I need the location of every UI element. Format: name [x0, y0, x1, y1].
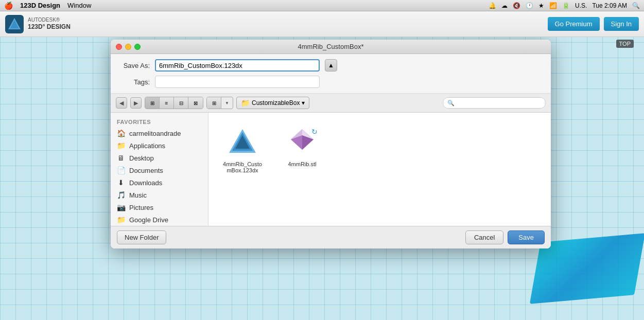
sidebar-label-documents: Documents — [129, 167, 163, 174]
sidebar-label-google-drive: Google Drive — [129, 216, 168, 224]
documents-icon: 📄 — [117, 166, 125, 174]
search-icon: 🔍 — [447, 100, 455, 106]
battery-icon: 🔋 — [562, 2, 570, 9]
downloads-icon: ⬇ — [117, 179, 125, 187]
window-titlebar: 4mmRib_CustomBox* — [111, 40, 551, 54]
tags-input[interactable] — [155, 76, 320, 88]
time-label: Tue 2:09 AM — [592, 2, 627, 9]
sidebar: FAVORITES 🏠 carmelitoandrade 📁 Applicati… — [111, 113, 208, 226]
dropdown-chevron-icon: ▾ — [302, 99, 305, 106]
new-folder-button[interactable]: New Folder — [117, 230, 166, 244]
menubar-left: 🍎 123D Design Window — [4, 2, 91, 10]
menubar-right: 🔔 ☁ 🔇 🕐 ★ 📶 🔋 U.S. Tue 2:09 AM 🔍 — [489, 2, 640, 9]
google-drive-icon: 📁 — [117, 216, 125, 224]
content-area: FAVORITES 🏠 carmelitoandrade 📁 Applicati… — [111, 113, 551, 226]
view-extra-button[interactable]: ⊞ — [207, 97, 221, 109]
apple-menu[interactable]: 🍎 — [4, 2, 13, 10]
view-toggle-group: ⊞ ≡ ⊟ ⊠ — [145, 97, 203, 109]
bottom-bar: New Folder Cancel Save — [111, 226, 551, 248]
sign-in-button[interactable]: Sign In — [604, 17, 639, 31]
search-box: 🔍 — [443, 97, 546, 109]
file-name-stl: 4mmRib.stl — [288, 161, 316, 167]
wifi-icon: 📶 — [549, 2, 557, 9]
bluetooth-icon: ★ — [538, 2, 544, 9]
window-controls — [116, 44, 141, 50]
music-icon: 🎵 — [117, 191, 125, 199]
clock-icon: 🕐 — [526, 2, 533, 9]
location-label: CustomizableBox — [252, 99, 300, 106]
logo-text: AUTODESK® 123D° DESIGN — [28, 17, 71, 30]
favorites-section-title: FAVORITES — [111, 117, 208, 127]
tags-row: Tags: — [119, 76, 543, 88]
sidebar-item-downloads[interactable]: ⬇ Downloads — [111, 176, 208, 189]
close-button[interactable] — [116, 44, 122, 50]
app-background: AUTODESK® 123D° DESIGN Go Premium Sign I… — [0, 11, 644, 320]
language-label: U.S. — [575, 2, 587, 9]
desktop-icon: 🖥 — [117, 154, 125, 162]
logo-icon — [5, 15, 24, 33]
sidebar-label-pictures: Pictures — [129, 204, 153, 211]
svg-text:↻: ↻ — [311, 128, 318, 136]
go-premium-button[interactable]: Go Premium — [548, 17, 600, 31]
home-icon: 🏠 — [117, 129, 125, 137]
nav-toolbar: ◀ ▶ ⊞ ≡ ⊟ ⊠ ⊞ ▼ 📁 CustomizableBox ▾ 🔍 — [111, 94, 551, 113]
save-location-toggle[interactable]: ▲ — [325, 59, 337, 72]
toolbar-right: Go Premium Sign In — [548, 17, 639, 31]
file-icon-123dx — [226, 125, 259, 158]
bottom-right-buttons: Cancel Save — [465, 230, 545, 244]
forward-button[interactable]: ▶ — [130, 97, 142, 109]
notification-icon: 🔔 — [489, 2, 496, 9]
sidebar-item-google-drive[interactable]: 📁 Google Drive — [111, 214, 208, 226]
icon-view-button[interactable]: ⊞ — [145, 97, 160, 109]
file-item-stl[interactable]: ↻ 4mmRib.stl — [276, 121, 328, 177]
svg-marker-9 — [291, 135, 302, 150]
save-as-input[interactable] — [155, 59, 320, 72]
minimize-button[interactable] — [125, 44, 131, 50]
audio-icon: 🔇 — [513, 2, 520, 9]
sidebar-label-music: Music — [129, 191, 147, 199]
menubar-app-name[interactable]: 123D Design — [20, 2, 60, 9]
sidebar-label-applications: Applications — [129, 142, 165, 150]
app-toolbar: AUTODESK® 123D° DESIGN Go Premium Sign I… — [0, 11, 644, 37]
sidebar-label-downloads: Downloads — [129, 179, 162, 187]
cancel-button[interactable]: Cancel — [465, 230, 503, 244]
sidebar-item-desktop[interactable]: 🖥 Desktop — [111, 152, 208, 164]
view-extra-group: ⊞ ▼ — [206, 97, 233, 109]
sidebar-item-pictures[interactable]: 📷 Pictures — [111, 201, 208, 214]
search-input[interactable] — [457, 99, 541, 106]
column-view-button[interactable]: ⊟ — [174, 97, 188, 109]
tags-label: Tags: — [119, 78, 150, 86]
menubar: 🍎 123D Design Window 🔔 ☁ 🔇 🕐 ★ 📶 🔋 U.S. … — [0, 0, 644, 11]
location-dropdown[interactable]: 📁 CustomizableBox ▾ — [236, 97, 309, 109]
file-area: 4mmRib_CustomBox.123dx ↻ 4mmRib.stl — [208, 113, 551, 226]
svg-marker-10 — [302, 135, 314, 150]
autodesk-label: AUTODESK® — [28, 17, 71, 23]
sidebar-label-desktop: Desktop — [129, 154, 154, 162]
applications-icon: 📁 — [117, 141, 125, 150]
maximize-button[interactable] — [134, 44, 141, 50]
window-title: 4mmRib_CustomBox* — [298, 43, 364, 50]
sidebar-item-documents[interactable]: 📄 Documents — [111, 164, 208, 176]
save-as-label: Save As: — [119, 62, 150, 69]
file-item-123dx[interactable]: 4mmRib_CustomBox.123dx — [217, 121, 268, 177]
list-view-button[interactable]: ≡ — [160, 97, 174, 109]
menubar-window[interactable]: Window — [67, 2, 91, 9]
file-icon-stl: ↻ — [286, 125, 319, 158]
sidebar-item-carmelitoandrade[interactable]: 🏠 carmelitoandrade — [111, 127, 208, 139]
top-label: TOP — [616, 40, 634, 48]
cloud-icon: ☁ — [501, 2, 508, 9]
sidebar-item-music[interactable]: 🎵 Music — [111, 189, 208, 201]
save-as-row: Save As: ▲ — [119, 59, 543, 72]
pictures-icon: 📷 — [117, 203, 125, 211]
save-button[interactable]: Save — [508, 230, 545, 244]
view-extra-chevron[interactable]: ▼ — [221, 97, 233, 109]
dialog-toolbar: Save As: ▲ Tags: — [111, 54, 551, 94]
coverflow-view-button[interactable]: ⊠ — [188, 97, 203, 109]
product-label: 123D° DESIGN — [28, 23, 71, 30]
spotlight-icon[interactable]: 🔍 — [632, 2, 640, 9]
app-logo: AUTODESK® 123D° DESIGN — [5, 15, 71, 33]
sidebar-item-applications[interactable]: 📁 Applications — [111, 139, 208, 152]
back-button[interactable]: ◀ — [116, 97, 127, 109]
save-dialog: 4mmRib_CustomBox* Save As: ▲ Tags: ◀ ▶ ⊞… — [111, 40, 551, 248]
sidebar-label-carmelitoandrade: carmelitoandrade — [129, 130, 181, 137]
